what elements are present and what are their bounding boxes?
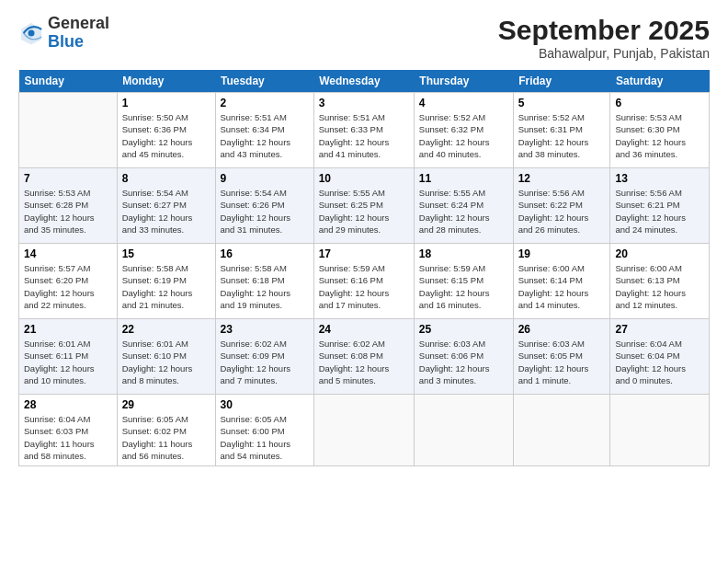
day-number: 28 — [24, 398, 112, 411]
day-number: 3 — [319, 97, 409, 109]
day-info: Sunrise: 5:55 AM Sunset: 6:24 PM Dayligh… — [419, 187, 508, 236]
page: General Blue September 2025 Bahawalpur, … — [0, 0, 728, 563]
day-info: Sunrise: 5:59 AM Sunset: 6:15 PM Dayligh… — [419, 262, 508, 311]
calendar-cell: 19Sunrise: 6:00 AM Sunset: 6:14 PM Dayli… — [513, 244, 610, 319]
day-info: Sunrise: 5:58 AM Sunset: 6:19 PM Dayligh… — [122, 262, 210, 311]
calendar-cell: 20Sunrise: 6:00 AM Sunset: 6:13 PM Dayli… — [610, 244, 710, 319]
day-info: Sunrise: 6:02 AM Sunset: 6:09 PM Dayligh… — [221, 338, 309, 386]
day-info: Sunrise: 5:50 AM Sunset: 6:36 PM Dayligh… — [122, 111, 210, 160]
day-number: 26 — [518, 323, 606, 336]
day-info: Sunrise: 5:53 AM Sunset: 6:30 PM Dayligh… — [615, 111, 704, 160]
calendar-cell: 28Sunrise: 6:04 AM Sunset: 6:03 PM Dayli… — [19, 395, 118, 466]
day-number: 10 — [319, 172, 409, 185]
calendar-cell: 3Sunrise: 5:51 AM Sunset: 6:33 PM Daylig… — [313, 93, 414, 168]
day-number: 22 — [122, 323, 210, 336]
day-info: Sunrise: 5:54 AM Sunset: 6:27 PM Dayligh… — [122, 187, 210, 236]
day-number: 12 — [518, 172, 606, 185]
calendar-cell: 6Sunrise: 5:53 AM Sunset: 6:30 PM Daylig… — [610, 93, 710, 168]
day-info: Sunrise: 5:56 AM Sunset: 6:21 PM Dayligh… — [615, 187, 704, 236]
day-number: 15 — [122, 247, 210, 260]
day-number: 19 — [518, 247, 606, 260]
logo: General Blue — [18, 15, 109, 52]
day-number: 17 — [319, 247, 409, 260]
day-info: Sunrise: 6:05 AM Sunset: 6:00 PM Dayligh… — [221, 413, 309, 462]
day-number: 23 — [221, 323, 309, 336]
calendar-cell: 25Sunrise: 6:03 AM Sunset: 6:06 PM Dayli… — [414, 319, 513, 395]
day-number: 24 — [319, 323, 409, 336]
calendar-cell: 14Sunrise: 5:57 AM Sunset: 6:20 PM Dayli… — [19, 244, 118, 319]
calendar-cell: 11Sunrise: 5:55 AM Sunset: 6:24 PM Dayli… — [414, 168, 513, 244]
day-info: Sunrise: 6:03 AM Sunset: 6:05 PM Dayligh… — [518, 338, 606, 386]
day-info: Sunrise: 6:01 AM Sunset: 6:11 PM Dayligh… — [24, 338, 112, 386]
week-row-4: 21Sunrise: 6:01 AM Sunset: 6:11 PM Dayli… — [19, 319, 710, 395]
day-number: 5 — [518, 97, 606, 109]
header: General Blue September 2025 Bahawalpur, … — [18, 15, 710, 61]
day-number: 27 — [615, 323, 704, 336]
day-number: 14 — [24, 247, 112, 260]
day-info: Sunrise: 5:55 AM Sunset: 6:25 PM Dayligh… — [319, 187, 409, 236]
day-info: Sunrise: 6:04 AM Sunset: 6:04 PM Dayligh… — [615, 338, 704, 386]
calendar-cell: 27Sunrise: 6:04 AM Sunset: 6:04 PM Dayli… — [610, 319, 710, 395]
day-info: Sunrise: 5:52 AM Sunset: 6:32 PM Dayligh… — [419, 111, 508, 160]
calendar-cell: 4Sunrise: 5:52 AM Sunset: 6:32 PM Daylig… — [414, 93, 513, 168]
calendar-cell — [19, 93, 118, 168]
calendar-cell: 18Sunrise: 5:59 AM Sunset: 6:15 PM Dayli… — [414, 244, 513, 319]
calendar-cell: 23Sunrise: 6:02 AM Sunset: 6:09 PM Dayli… — [215, 319, 313, 395]
calendar-cell: 15Sunrise: 5:58 AM Sunset: 6:19 PM Dayli… — [117, 244, 215, 319]
day-info: Sunrise: 6:05 AM Sunset: 6:02 PM Dayligh… — [122, 413, 210, 462]
day-number: 25 — [419, 323, 508, 336]
day-info: Sunrise: 6:00 AM Sunset: 6:13 PM Dayligh… — [615, 262, 704, 311]
calendar-cell: 17Sunrise: 5:59 AM Sunset: 6:16 PM Dayli… — [313, 244, 414, 319]
day-info: Sunrise: 6:01 AM Sunset: 6:10 PM Dayligh… — [122, 338, 210, 386]
calendar-cell: 9Sunrise: 5:54 AM Sunset: 6:26 PM Daylig… — [215, 168, 313, 244]
day-info: Sunrise: 5:59 AM Sunset: 6:16 PM Dayligh… — [319, 262, 409, 311]
day-info: Sunrise: 5:54 AM Sunset: 6:26 PM Dayligh… — [221, 187, 309, 236]
day-info: Sunrise: 5:51 AM Sunset: 6:34 PM Dayligh… — [221, 111, 309, 160]
day-number: 8 — [122, 172, 210, 185]
calendar-cell: 16Sunrise: 5:58 AM Sunset: 6:18 PM Dayli… — [215, 244, 313, 319]
logo-text: General Blue — [48, 15, 109, 52]
calendar-header-row: SundayMondayTuesdayWednesdayThursdayFrid… — [19, 70, 710, 93]
calendar-cell: 30Sunrise: 6:05 AM Sunset: 6:00 PM Dayli… — [215, 395, 313, 466]
day-number: 11 — [419, 172, 508, 185]
logo-blue: Blue — [48, 32, 84, 51]
calendar-cell: 22Sunrise: 6:01 AM Sunset: 6:10 PM Dayli… — [117, 319, 215, 395]
calendar-cell: 10Sunrise: 5:55 AM Sunset: 6:25 PM Dayli… — [313, 168, 414, 244]
day-info: Sunrise: 6:04 AM Sunset: 6:03 PM Dayligh… — [24, 413, 112, 462]
day-number: 18 — [419, 247, 508, 260]
calendar-table: SundayMondayTuesdayWednesdayThursdayFrid… — [18, 70, 710, 466]
day-number: 13 — [615, 172, 704, 185]
day-number: 29 — [122, 398, 210, 411]
day-info: Sunrise: 5:53 AM Sunset: 6:28 PM Dayligh… — [24, 187, 112, 236]
calendar-cell: 12Sunrise: 5:56 AM Sunset: 6:22 PM Dayli… — [513, 168, 610, 244]
day-info: Sunrise: 6:00 AM Sunset: 6:14 PM Dayligh… — [518, 262, 606, 311]
day-info: Sunrise: 5:56 AM Sunset: 6:22 PM Dayligh… — [518, 187, 606, 236]
day-number: 1 — [122, 97, 210, 109]
day-info: Sunrise: 5:51 AM Sunset: 6:33 PM Dayligh… — [319, 111, 409, 160]
subtitle: Bahawalpur, Punjab, Pakistan — [498, 46, 710, 61]
calendar-cell: 21Sunrise: 6:01 AM Sunset: 6:11 PM Dayli… — [19, 319, 118, 395]
svg-point-1 — [28, 29, 35, 36]
column-header-tuesday: Tuesday — [215, 70, 313, 93]
day-number: 9 — [221, 172, 309, 185]
day-info: Sunrise: 6:03 AM Sunset: 6:06 PM Dayligh… — [419, 338, 508, 386]
column-header-friday: Friday — [513, 70, 610, 93]
day-number: 21 — [24, 323, 112, 336]
calendar-cell: 2Sunrise: 5:51 AM Sunset: 6:34 PM Daylig… — [215, 93, 313, 168]
title-block: September 2025 Bahawalpur, Punjab, Pakis… — [498, 15, 710, 61]
calendar-cell: 8Sunrise: 5:54 AM Sunset: 6:27 PM Daylig… — [117, 168, 215, 244]
day-number: 20 — [615, 247, 704, 260]
column-header-saturday: Saturday — [610, 70, 710, 93]
month-title: September 2025 — [498, 15, 710, 46]
calendar-cell: 7Sunrise: 5:53 AM Sunset: 6:28 PM Daylig… — [19, 168, 118, 244]
calendar-cell: 26Sunrise: 6:03 AM Sunset: 6:05 PM Dayli… — [513, 319, 610, 395]
week-row-1: 1Sunrise: 5:50 AM Sunset: 6:36 PM Daylig… — [19, 93, 710, 168]
day-number: 6 — [615, 97, 704, 109]
day-number: 30 — [221, 398, 309, 411]
day-number: 7 — [24, 172, 112, 185]
logo-icon — [18, 20, 44, 46]
calendar-cell — [313, 395, 414, 466]
week-row-5: 28Sunrise: 6:04 AM Sunset: 6:03 PM Dayli… — [19, 395, 710, 466]
day-info: Sunrise: 5:52 AM Sunset: 6:31 PM Dayligh… — [518, 111, 606, 160]
column-header-thursday: Thursday — [414, 70, 513, 93]
